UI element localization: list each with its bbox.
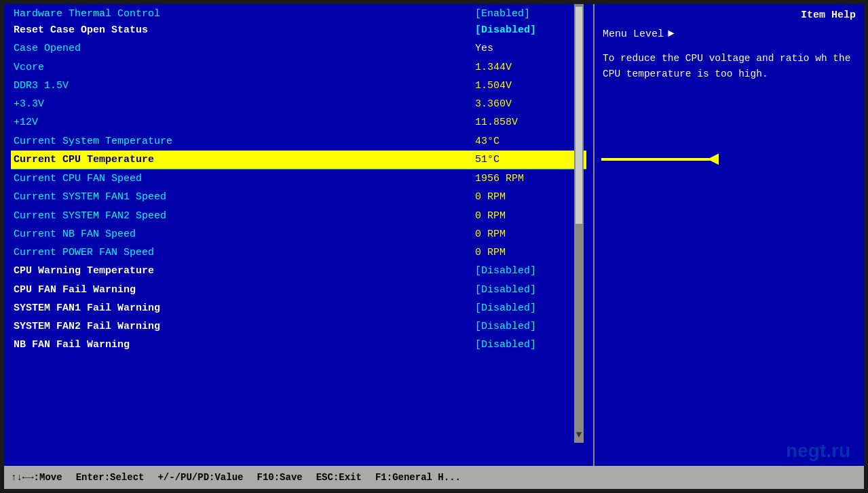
v33-label: +3.3V xyxy=(14,96,44,112)
yellow-arrow-icon: ◀ xyxy=(601,150,719,169)
row-nb-fan-fail[interactable]: NB FAN Fail Warning [Disabled] xyxy=(11,336,586,354)
nb-fan-value: 0 RPM xyxy=(475,226,584,242)
scrollbar[interactable]: ▼ xyxy=(574,4,584,443)
scrollbar-thumb xyxy=(575,7,582,224)
row-v12[interactable]: +12V 11.858V xyxy=(11,113,586,132)
sys-fan2-fail-value: [Disabled] xyxy=(475,319,584,334)
reset-case-label: Reset Case Open Status xyxy=(14,22,148,38)
watermark: negt.ru xyxy=(786,440,850,462)
bottom-enter: Enter:Select xyxy=(76,472,145,483)
row-power-fan[interactable]: Current POWER FAN Speed 0 RPM xyxy=(11,243,586,262)
row-v33[interactable]: +3.3V 3.360V xyxy=(11,95,586,113)
row-cpu-fan-fail[interactable]: CPU FAN Fail Warning [Disabled] xyxy=(11,281,586,299)
case-opened-label: Case Opened xyxy=(14,41,81,56)
bottom-general: F1:General H... xyxy=(375,472,461,483)
cpu-warn-temp-label: CPU Warning Temperature xyxy=(14,263,154,279)
row-cpu-warn-temp[interactable]: CPU Warning Temperature [Disabled] xyxy=(11,262,586,280)
bottom-move: ↑↓←→:Move xyxy=(11,472,62,483)
cpu-fan-label: Current CPU FAN Speed xyxy=(14,171,142,186)
row-sys-temp[interactable]: Current System Temperature 43°C xyxy=(11,132,586,151)
sys-fan2-fail-label: SYSTEM FAN2 Fail Warning xyxy=(14,319,160,334)
bottom-exit: ESC:Exit xyxy=(316,472,362,483)
bottom-save: F10:Save xyxy=(257,472,302,483)
vcore-value: 1.344V xyxy=(475,60,584,75)
case-opened-value: Yes xyxy=(475,41,584,56)
nb-fan-fail-label: NB FAN Fail Warning xyxy=(14,337,130,353)
cpu-temp-value: 51°C xyxy=(475,152,584,167)
v12-value: 11.858V xyxy=(475,115,584,130)
row-sys-fan2[interactable]: Current SYSTEM FAN2 Speed 0 RPM xyxy=(11,207,586,225)
hardware-thermal-label: Hardware Thermal Control xyxy=(14,8,160,20)
ddr3-value: 1.504V xyxy=(475,78,584,94)
sys-temp-label: Current System Temperature xyxy=(14,134,172,149)
sys-fan1-fail-value: [Disabled] xyxy=(475,300,584,316)
row-sys-fan1-fail[interactable]: SYSTEM FAN1 Fail Warning [Disabled] xyxy=(11,299,586,317)
bottom-value: +/-/PU/PD:Value xyxy=(157,472,243,483)
ddr3-label: DDR3 1.5V xyxy=(14,78,69,94)
row-nb-fan[interactable]: Current NB FAN Speed 0 RPM xyxy=(11,225,586,243)
item-help-title: Item Help xyxy=(603,9,856,21)
power-fan-label: Current POWER FAN Speed xyxy=(14,245,154,260)
menu-level-label: Menu Level xyxy=(603,28,664,40)
cpu-fan-value: 1956 RPM xyxy=(475,171,584,186)
bottom-bar: ↑↓←→:Move Enter:Select +/-/PU/PD:Value F… xyxy=(4,466,864,489)
sys-fan2-value: 0 RPM xyxy=(475,208,584,224)
sys-fan1-value: 0 RPM xyxy=(475,189,584,205)
right-panel: Item Help Menu Level ► To reduce the CPU… xyxy=(595,4,864,466)
menu-level: Menu Level ► xyxy=(603,28,856,40)
v12-label: +12V xyxy=(14,115,38,130)
row-sys-fan2-fail[interactable]: SYSTEM FAN2 Fail Warning [Disabled] xyxy=(11,317,586,336)
cpu-warn-temp-value: [Disabled] xyxy=(475,263,584,279)
reset-case-value: [Disabled] xyxy=(475,22,584,38)
cpu-temp-label: Current CPU Temperature xyxy=(14,152,154,167)
vcore-label: Vcore xyxy=(14,60,44,75)
left-panel: Hardware Thermal Control [Enabled] Reset… xyxy=(4,4,595,466)
power-fan-value: 0 RPM xyxy=(475,245,584,260)
nb-fan-fail-value: [Disabled] xyxy=(475,337,584,353)
sys-temp-value: 43°C xyxy=(475,134,584,149)
v33-value: 3.360V xyxy=(475,96,584,112)
sys-fan1-fail-label: SYSTEM FAN1 Fail Warning xyxy=(14,300,160,316)
top-row-hardware-thermal: Hardware Thermal Control [Enabled] xyxy=(11,7,586,21)
sys-fan1-label: Current SYSTEM FAN1 Speed xyxy=(14,189,166,205)
row-ddr3[interactable]: DDR3 1.5V 1.504V xyxy=(11,77,586,95)
main-content: Hardware Thermal Control [Enabled] Reset… xyxy=(4,4,864,466)
row-reset-case[interactable]: Reset Case Open Status [Disabled] xyxy=(11,21,586,39)
row-vcore[interactable]: Vcore 1.344V xyxy=(11,58,586,77)
scrollbar-arrow-down-icon: ▼ xyxy=(576,429,582,440)
row-case-opened[interactable]: Case Opened Yes xyxy=(11,39,586,58)
cpu-fan-fail-label: CPU FAN Fail Warning xyxy=(14,282,136,298)
row-cpu-temp[interactable]: Current CPU Temperature 51°C ◀ xyxy=(11,151,586,169)
row-cpu-fan[interactable]: Current CPU FAN Speed 1956 RPM xyxy=(11,169,586,188)
bios-screen: Hardware Thermal Control [Enabled] Reset… xyxy=(0,0,868,493)
help-text: To reduce the CPU voltage and ratio wh t… xyxy=(603,51,856,82)
menu-level-arrow-icon: ► xyxy=(668,28,675,40)
cpu-fan-fail-value: [Disabled] xyxy=(475,282,584,298)
hardware-thermal-value: [Enabled] xyxy=(475,8,584,20)
row-sys-fan1[interactable]: Current SYSTEM FAN1 Speed 0 RPM xyxy=(11,188,586,206)
sys-fan2-label: Current SYSTEM FAN2 Speed xyxy=(14,208,166,224)
nb-fan-label: Current NB FAN Speed xyxy=(14,226,136,242)
